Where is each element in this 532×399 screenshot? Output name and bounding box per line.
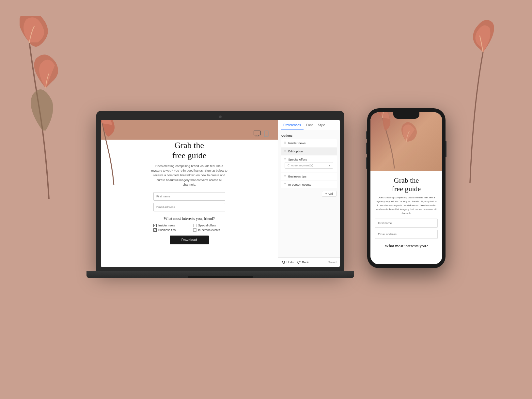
option-insider-news-label: Insider news [288, 141, 305, 145]
phone-first-name-input[interactable] [375, 219, 438, 228]
option-in-person-events[interactable]: ⠿ In-person events [281, 181, 337, 188]
first-name-input[interactable] [153, 192, 225, 201]
laptop-camera [219, 115, 222, 118]
drag-handle-edit: ⠿ [284, 149, 286, 153]
form-question: What most interests you, friend? [164, 216, 215, 221]
undo-button[interactable]: Undo [281, 260, 294, 264]
svg-rect-0 [254, 131, 260, 135]
svg-point-5 [266, 135, 267, 136]
form-subtitle: Does creating compelling brand visuals f… [150, 164, 228, 187]
option-special-offers-header[interactable]: ⠿ Special offers [282, 157, 336, 162]
phone-power-button [446, 141, 446, 157]
phone-content: Grab the free guide Does creating compel… [370, 171, 442, 264]
checkbox-business-tips-box[interactable] [153, 228, 157, 232]
redo-icon [297, 260, 301, 264]
segment-placeholder: Choose segment(s) [288, 164, 313, 167]
option-special-offers-label: Special offers [288, 158, 307, 161]
add-button-row: + Add [278, 189, 340, 199]
phone-hero [370, 112, 442, 171]
undo-icon [281, 260, 285, 264]
checkbox-in-person-events[interactable]: In-person events [193, 228, 225, 232]
checkbox-special-offers-label: Special offers [198, 224, 216, 227]
laptop-body: Grab the free guide Does creating compel… [96, 111, 344, 271]
checkbox-in-person-events-label: In-person events [198, 228, 220, 232]
option-in-person-events-label: In-person events [288, 183, 311, 186]
checkbox-insider-news-box[interactable] [153, 224, 157, 227]
options-section-label: Options [278, 131, 340, 139]
laptop-screen: Grab the free guide Does creating compel… [101, 120, 340, 267]
laptop-device: Grab the free guide Does creating compel… [86, 111, 354, 278]
checkbox-insider-news-label: Insider news [158, 224, 175, 227]
saved-status: Saved [328, 261, 336, 264]
phone-body: Grab the free guide Does creating compel… [367, 108, 446, 268]
form-title: Grab the free guide [172, 140, 207, 161]
redo-label: Redo [302, 261, 309, 264]
panel-body: Options ⠿ Insider news ⠿ Edit option [278, 130, 340, 257]
checkbox-business-tips-label: Business tips [158, 228, 176, 232]
phone-notch [393, 112, 419, 119]
special-offers-section: ⠿ Special offers Choose segment(s) ▾ [281, 156, 337, 172]
phone-vol-up-button [366, 143, 367, 154]
desktop-icon[interactable] [254, 130, 261, 136]
phone-vol-down-button [366, 157, 367, 169]
phone-title: Grab the free guide [375, 176, 438, 193]
phone-screen: Grab the free guide Does creating compel… [370, 112, 442, 264]
checkbox-in-person-events-box[interactable] [193, 228, 196, 232]
panel-footer: Undo Redo Saved [278, 257, 340, 267]
option-business-tips-label: Business tips [288, 175, 306, 178]
tab-font[interactable]: Font [304, 120, 315, 130]
mobile-icon[interactable] [264, 130, 269, 137]
phone-email-input[interactable] [375, 230, 438, 239]
tab-style[interactable]: Style [315, 120, 328, 130]
phone-subtitle: Does creating compelling brand visuals f… [375, 196, 438, 215]
checkbox-business-tips[interactable]: Business tips [153, 228, 185, 232]
settings-panel: Preferences Font Style Options ⠿ Insider… [278, 120, 340, 267]
checkbox-special-offers[interactable]: Special offers [193, 224, 225, 227]
scene-container: Grab the free guide Does creating compel… [86, 108, 446, 278]
add-option-button[interactable]: + Add [322, 191, 336, 197]
undo-label: Undo [287, 261, 294, 264]
phone-question: What most interests you? [375, 243, 438, 249]
option-business-tips[interactable]: ⠿ Business tips [281, 173, 337, 180]
tab-preferences[interactable]: Preferences [281, 120, 304, 130]
drag-handle-business: ⠿ [284, 175, 286, 178]
checkbox-grid: Insider news Special offers Business tip… [153, 224, 225, 232]
drag-handle-special: ⠿ [284, 158, 286, 161]
redo-button[interactable]: Redo [297, 260, 309, 264]
form-preview-content: Grab the free guide Does creating compel… [110, 130, 269, 245]
download-button[interactable]: Download [170, 236, 209, 244]
form-preview-area: Grab the free guide Does creating compel… [101, 120, 278, 267]
phone-silent-button [366, 131, 367, 139]
option-edit-option[interactable]: ⠿ Edit option [281, 147, 337, 155]
panel-tabs: Preferences Font Style [278, 120, 340, 130]
drag-handle-insider: ⠿ [284, 141, 286, 145]
option-edit-option-label: Edit option [288, 149, 303, 153]
checkbox-special-offers-box[interactable] [193, 224, 196, 227]
checkbox-insider-news[interactable]: Insider news [153, 224, 185, 227]
device-icons-row [110, 130, 269, 137]
phone-device: Grab the free guide Does creating compel… [367, 108, 446, 268]
option-insider-news[interactable]: ⠿ Insider news [281, 139, 337, 147]
phone-flower-svg [370, 112, 442, 171]
drag-handle-events: ⠿ [284, 183, 286, 186]
segment-dropdown[interactable]: Choose segment(s) ▾ [285, 162, 333, 169]
email-input[interactable] [153, 203, 225, 211]
laptop-base [86, 271, 354, 278]
dropdown-chevron: ▾ [329, 164, 330, 167]
